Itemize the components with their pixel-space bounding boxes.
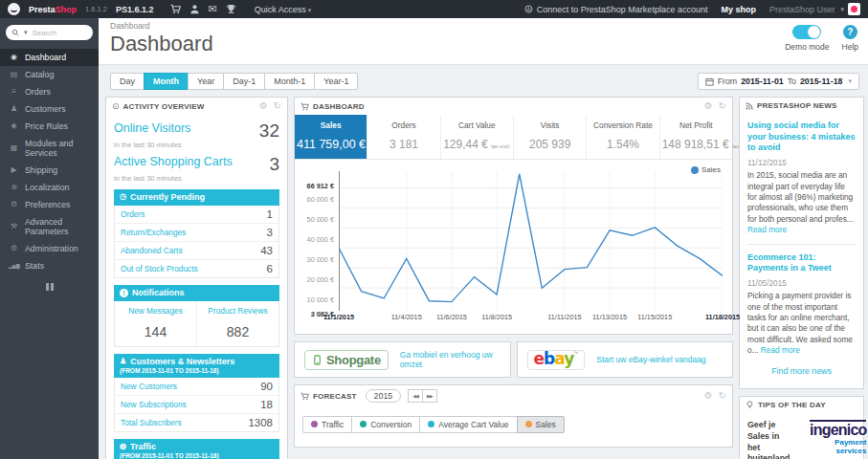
help-icon[interactable]: ? [843,25,857,39]
y-axis-tick: 40 000 € [307,235,334,244]
next-year-button[interactable]: ▶▶ [422,389,437,403]
online-visitors-link[interactable]: Online Visitors [114,121,190,135]
row-value: 18 [260,399,273,410]
chart-legend: Sales [691,165,721,174]
cart-icon[interactable] [170,4,181,14]
sidebar-item-catalog[interactable]: ▤Catalog [0,66,99,83]
my-shop-link[interactable]: My shop [721,5,756,14]
date-toolbar: Day Month Year Day-1 Month-1 Year-1 From… [99,65,868,97]
news-article-title-link[interactable]: Ecommerce 101: Payments in a Tweet [747,252,856,274]
sidebar-item-localization[interactable]: ⊕Localization [0,179,99,196]
toggle-conversion[interactable]: Conversion [351,416,420,433]
period-day-1-button[interactable]: Day-1 [223,73,265,90]
kpi-cart-value[interactable]: Cart Value 129,44 € tax excl. [441,115,514,159]
customers-title: Customers & Newsletters [130,357,234,366]
chevron-down-icon: ▾ [308,7,312,13]
new-messages-cell[interactable]: New Messages 144 [115,301,196,346]
previous-year-button[interactable]: ◀◀ [408,389,423,403]
toggle-average-cart-value[interactable]: Average Cart Value [419,416,517,433]
sidebar-item-stats[interactable]: ▂▅▇Stats [0,257,99,274]
total-subscribers-link[interactable]: Total Subscribers [121,418,248,427]
sidebar-item-orders[interactable]: ≡Orders [0,83,99,100]
x-axis-tick: 11/6/2015 [436,313,467,321]
active-carts-link[interactable]: Active Shopping Carts [114,155,233,168]
orders-link[interactable]: Orders [121,209,267,219]
period-month-1-button[interactable]: Month-1 [264,73,315,90]
period-year-1-button[interactable]: Year-1 [314,73,358,90]
marketplace-link[interactable]: Connect to PrestaShop Marketplace accoun… [524,5,708,14]
row-value: 90 [260,381,273,392]
orders-icon: ≡ [9,88,19,96]
sidebar-item-dashboard[interactable]: ◉Dashboard [0,49,99,66]
cart-icon [300,101,309,110]
kpi-net-profit[interactable]: Net Profit 148 918,51 € tax excl. [660,115,732,159]
kpi-visits[interactable]: Visits 205 939 [514,115,587,159]
x-axis-tick: 11/18/2015 [705,313,740,321]
out-of-stock-link[interactable]: Out of Stock Products [121,264,267,273]
sidebar-item-shipping[interactable]: ▶Shipping [0,162,99,179]
user-menu[interactable]: PrestaShop User ▾ [769,3,860,15]
product-reviews-cell[interactable]: Product Reviews 882 [196,301,278,346]
sales-dot-icon [525,421,532,427]
sidebar-item-advanced-parameters[interactable]: ⚒Advanced Parameters [0,213,99,240]
toggle-sales[interactable]: Sales [517,416,565,433]
new-subscriptions-link[interactable]: New Subscriptions [121,400,260,409]
messages-envelope-icon[interactable]: ✉ [209,3,217,15]
quick-access-label: Quick Access [255,5,306,14]
y-axis-tick: 66 912 € [307,182,334,190]
toggle-label: Sales [536,420,556,429]
shopgate-promo-link[interactable]: Ga mobiel en verhoog uw omzet [400,350,501,369]
find-more-news-link[interactable]: Find more news [747,366,856,376]
dashboard-icon: ◉ [9,54,19,61]
period-day-button[interactable]: Day [110,73,145,90]
customers-icon: ♟ [9,105,19,113]
table-row: Out of Stock Products6 [115,260,278,277]
sidebar-item-modules[interactable]: ▦Modules and Services [0,135,99,162]
demo-mode-toggle[interactable] [792,25,821,39]
kpi-conversion-rate[interactable]: Conversion Rate 1.54% [587,115,659,159]
search-scope-caret-icon[interactable]: ▾ [24,29,28,36]
read-more-link[interactable]: Read more [761,345,800,355]
kpi-orders[interactable]: Orders 3 181 [367,115,440,159]
sidebar-item-customers[interactable]: ♟Customers [0,100,99,118]
sidebar-search[interactable]: ▾ [6,25,93,40]
online-visitors-sub: in the last 30 minutes [114,141,279,149]
refresh-icon[interactable]: ↻ [719,391,726,401]
new-messages-link[interactable]: New Messages [119,306,192,316]
refresh-icon[interactable]: ↻ [274,101,281,111]
sidebar-item-label: Preferences [25,200,70,209]
gear-icon[interactable]: ⚙ [704,391,713,401]
news-article-title-link[interactable]: Using social media for your business: 4 … [747,120,856,154]
period-year-button[interactable]: Year [188,73,224,90]
sidebar-item-administration[interactable]: ⚙Administration [0,240,99,257]
sidebar-item-price-rules[interactable]: ◈Price Rules [0,118,99,135]
prestashop-news-panel: PRESTASHOP NEWS Using social media for y… [739,97,864,389]
period-month-button[interactable]: Month [144,73,189,90]
read-more-link[interactable]: Read more [747,225,787,234]
sidebar-collapse-toggle[interactable] [0,283,99,291]
customers-subtitle: (FROM 2015-11-01 TO 2015-11-18) [120,367,274,374]
returns-link[interactable]: Return/Exchanges [121,228,267,237]
quick-access-menu[interactable]: Quick Access▾ [255,5,312,14]
toggle-traffic[interactable]: Traffic [302,416,352,433]
refresh-icon[interactable]: ↻ [719,101,726,111]
customers-rows: New Customers90 New Subscriptions18 Tota… [114,378,279,432]
date-range-button[interactable]: From 2015-11-01 To 2015-11-18 ▾ [698,73,859,90]
product-reviews-link[interactable]: Product Reviews [201,306,275,316]
search-input[interactable] [31,28,80,38]
kpi-sales[interactable]: Sales 411 759,00 € tax excl. [295,115,367,159]
conversion-dot-icon [360,421,367,427]
gear-icon[interactable]: ⚙ [259,101,268,111]
trophy-icon[interactable] [226,4,236,14]
news-article-date: 11/05/2015 [747,278,856,288]
abandoned-carts-link[interactable]: Abandoned Carts [121,246,260,255]
breadcrumb[interactable]: Dashboard [110,21,857,31]
ebay-promo-link[interactable]: Start uw eBay-winkel vandaag [596,355,705,364]
customers-icon[interactable] [189,4,200,14]
new-customers-link[interactable]: New Customers [121,382,260,391]
legend-dot [691,166,699,174]
table-row: New Customers90 [115,378,278,396]
sidebar-item-preferences[interactable]: ⚙Preferences [0,196,99,213]
gear-icon[interactable]: ⚙ [704,101,713,111]
prestashop-logo-icon [8,3,20,15]
